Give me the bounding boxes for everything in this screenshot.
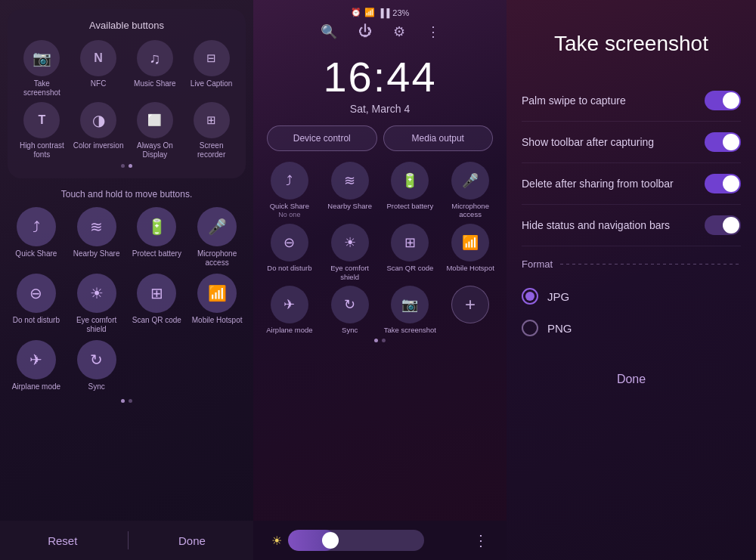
active-btn-sync[interactable]: ↻ Sync [68, 340, 125, 391]
palm-swipe-toggle[interactable] [705, 91, 741, 110]
signal-icon: ▐▐ [378, 8, 390, 17]
active-btn-airplane[interactable]: ✈ Airplane mode [8, 340, 65, 391]
png-radio[interactable] [522, 320, 538, 336]
status-icons: ⏰ 📶 ▐▐ 23% [351, 8, 410, 17]
tile-sync-icon: ↻ [331, 286, 369, 323]
format-jpg[interactable]: JPG [522, 280, 741, 312]
format-label: Format [522, 258, 741, 270]
format-dots [560, 264, 741, 265]
take-screenshot-icon: 📷 [23, 40, 60, 76]
aod-label: Always On Display [129, 141, 182, 159]
available-buttons-box: Available buttons 📷 Take screenshot N NF… [8, 9, 246, 178]
more-options-icon[interactable]: ⋮ [473, 531, 488, 549]
screenshot-done-button[interactable]: Done [587, 367, 676, 392]
slider-fill [288, 530, 336, 551]
slider-track[interactable] [288, 530, 424, 551]
tile-quick-share[interactable]: ⤴ Quick ShareNo one [261, 162, 318, 219]
screenshot-settings-title: Take screenshot [522, 0, 741, 80]
available-btn-nfc[interactable]: N NFC [72, 40, 125, 97]
available-btn-aod[interactable]: ⬜ Always On Display [129, 102, 182, 159]
settings-action-icon[interactable]: ⚙ [393, 23, 405, 40]
available-btn-live-caption[interactable]: ⊟ Live Caption [184, 40, 238, 97]
tile-protect-battery-icon: 🔋 [391, 162, 429, 200]
active-btn-dnd[interactable]: ⊖ Do not disturb [8, 274, 65, 334]
brightness-slider[interactable]: ☀ [271, 530, 424, 551]
format-section: Format JPG PNG [522, 246, 741, 344]
active-btn-eye-comfort[interactable]: ☀ Eye comfort shield [68, 274, 125, 334]
nearby-share-icon: ≋ [77, 207, 116, 246]
available-btn-screen-recorder[interactable]: ⊞ Screen recorder [184, 102, 238, 159]
delete-after-sharing-toggle[interactable] [705, 174, 741, 193]
active-buttons-grid: ⤴ Quick Share ≋ Nearby Share 🔋 Protect b… [0, 207, 253, 391]
slider-thumb [322, 532, 339, 549]
show-toolbar-toggle[interactable] [705, 132, 741, 152]
done-button[interactable]: Done [163, 528, 221, 553]
screen-recorder-label: Screen recorder [184, 141, 238, 159]
p2-dot-1 [374, 339, 378, 342]
tile-eye-comfort[interactable]: ☀ Eye comfort shield [321, 224, 379, 281]
tile-quick-share-icon: ⤴ [271, 162, 308, 200]
png-label: PNG [547, 322, 572, 335]
high-contrast-label: High contrast fonts [15, 141, 69, 159]
active-btn-hotspot[interactable]: 📶 Mobile Hotspot [188, 274, 246, 334]
active-btn-mic-access[interactable]: 🎤 Microphone access [188, 207, 246, 268]
p2-dot-2 [382, 339, 386, 342]
active-dots [0, 399, 253, 403]
active-btn-nearby-share[interactable]: ≋ Nearby Share [68, 207, 125, 268]
wifi-icon: 📶 [364, 8, 375, 17]
tab-media-output[interactable]: Media output [383, 125, 494, 151]
dnd-label: Do not disturb [13, 316, 60, 325]
status-bar: ⏰ 📶 ▐▐ 23% [253, 0, 507, 17]
screen-recorder-icon: ⊞ [194, 102, 230, 138]
hotspot-label: Mobile Hotspot [192, 316, 243, 325]
jpg-radio[interactable] [522, 288, 538, 305]
available-btn-color-inversion[interactable]: ◑ Color inversion [72, 102, 125, 159]
tile-quick-share-label: Quick ShareNo one [270, 202, 309, 219]
take-screenshot-label: Take screenshot [15, 79, 69, 97]
reset-button[interactable]: Reset [33, 528, 92, 553]
dot-1 [121, 164, 125, 168]
hide-nav-bars-toggle[interactable] [705, 215, 741, 235]
active-btn-quick-share[interactable]: ⤴ Quick Share [8, 207, 65, 268]
tile-sync-label: Sync [342, 326, 358, 334]
active-btn-protect-battery[interactable]: 🔋 Protect battery [129, 207, 186, 268]
format-png[interactable]: PNG [522, 312, 741, 344]
available-btn-take-screenshot[interactable]: 📷 Take screenshot [15, 40, 69, 97]
tile-dnd-icon: ⊖ [271, 224, 308, 261]
tile-sync[interactable]: ↻ Sync [321, 286, 379, 334]
available-buttons-grid: 📷 Take screenshot N NFC ♫ Music Share ⊟ … [15, 40, 238, 159]
tile-scan-qr[interactable]: ⊞ Scan QR code [382, 224, 439, 281]
more-action-icon[interactable]: ⋮ [426, 23, 440, 40]
tile-protect-battery[interactable]: 🔋 Protect battery [382, 162, 439, 219]
tab-device-control[interactable]: Device control [267, 125, 377, 151]
tile-hotspot-icon: 📶 [451, 224, 489, 261]
tile-nearby-share[interactable]: ≋ Nearby Share [321, 162, 379, 219]
power-action-icon[interactable]: ⏻ [358, 23, 372, 40]
available-btn-high-contrast[interactable]: T High contrast fonts [15, 102, 69, 159]
active-dot-2 [129, 399, 132, 403]
mic-access-label: Microphone access [188, 249, 246, 268]
color-inversion-icon: ◑ [80, 102, 116, 138]
palm-swipe-label: Palm swipe to capture [522, 94, 626, 107]
search-action-icon[interactable]: 🔍 [321, 23, 337, 40]
tile-nearby-share-icon: ≋ [331, 162, 369, 200]
quick-share-icon: ⤴ [17, 207, 56, 246]
tile-dnd[interactable]: ⊖ Do not disturb [261, 224, 318, 281]
high-contrast-icon: T [23, 102, 60, 138]
sync-label: Sync [88, 382, 105, 391]
eye-comfort-label: Eye comfort shield [68, 316, 125, 334]
available-btn-music-share[interactable]: ♫ Music Share [129, 40, 182, 97]
touch-hold-text: Touch and hold to move buttons. [0, 189, 253, 200]
tile-mic-access[interactable]: 🎤 Microphone access [442, 162, 499, 219]
tile-add[interactable]: + [442, 286, 499, 334]
available-dots [15, 164, 238, 168]
mic-access-icon: 🎤 [197, 207, 237, 246]
live-caption-label: Live Caption [191, 79, 233, 88]
tile-take-screenshot[interactable]: 📷 Take screenshot [382, 286, 439, 334]
toggle-show-toolbar: Show toolbar after capturing [522, 122, 741, 163]
tile-hotspot[interactable]: 📶 Mobile Hotspot [442, 224, 499, 281]
jpg-radio-inner [525, 292, 534, 301]
tile-airplane[interactable]: ✈ Airplane mode [261, 286, 318, 334]
active-btn-scan-qr[interactable]: ⊞ Scan QR code [129, 274, 186, 334]
nfc-label: NFC [91, 79, 107, 88]
